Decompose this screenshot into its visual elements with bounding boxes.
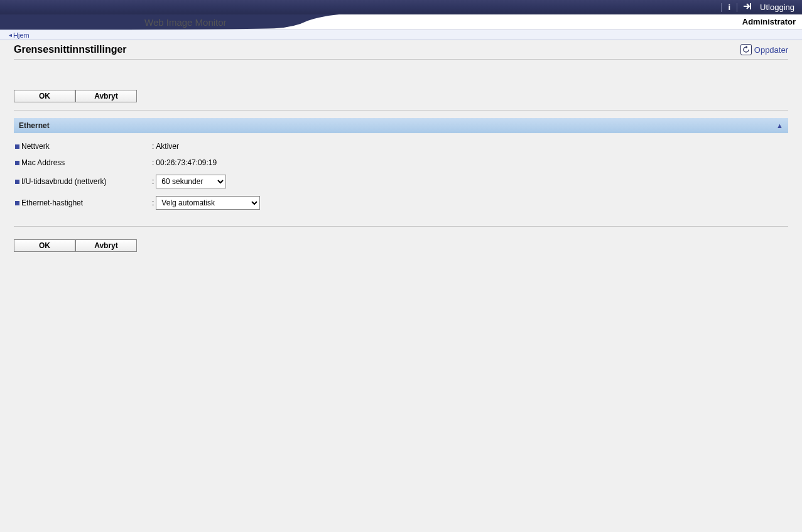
button-row-bottom: OK Avbryt xyxy=(14,239,788,252)
cancel-button[interactable]: Avbryt xyxy=(75,239,137,252)
logout-link[interactable]: Utlogging xyxy=(760,3,794,12)
colon: : xyxy=(152,158,154,167)
ok-button[interactable]: OK xyxy=(14,239,75,252)
row-speed: Ethernet-hastighet : Velg automatisk xyxy=(14,192,788,214)
logout-icon[interactable] xyxy=(744,3,754,12)
colon: : xyxy=(152,177,154,186)
bullet-icon xyxy=(15,144,19,149)
row-timeout: I/U-tidsavbrudd (nettverk) : 60 sekunder xyxy=(14,171,788,192)
divider xyxy=(14,226,788,227)
svg-rect-0 xyxy=(750,3,751,9)
label-timeout: I/U-tidsavbrudd (nettverk) xyxy=(14,177,152,186)
value-text: 00:26:73:47:09:19 xyxy=(156,158,217,167)
label-text: Ethernet-hastighet xyxy=(21,198,83,207)
topbar-divider xyxy=(737,3,737,12)
breadcrumb: ◂ Hjem xyxy=(0,30,802,40)
breadcrumb-home-link[interactable]: Hjem xyxy=(13,31,30,39)
value-mac: : 00:26:73:47:09:19 xyxy=(152,158,217,167)
speed-select[interactable]: Velg automatisk xyxy=(156,196,260,210)
page-title: Grensesnittinnstillinger xyxy=(14,44,127,55)
label-text: Nettverk xyxy=(21,142,50,151)
cancel-button[interactable]: Avbryt xyxy=(75,90,137,102)
label-text: I/U-tidsavbrudd (nettverk) xyxy=(21,177,106,186)
collapse-icon[interactable]: ▲ xyxy=(776,122,783,129)
button-row-top: OK Avbryt xyxy=(14,90,788,102)
bullet-icon xyxy=(15,201,19,205)
row-mac: Mac Address : 00:26:73:47:09:19 xyxy=(14,155,788,171)
colon: : xyxy=(152,198,154,207)
divider xyxy=(14,110,788,111)
bullet-icon xyxy=(15,180,19,184)
section-header-ethernet[interactable]: Ethernet ▲ xyxy=(14,118,788,133)
label-mac: Mac Address xyxy=(14,158,152,167)
value-network: : Aktiver xyxy=(152,142,179,151)
user-role-label: Administrator xyxy=(742,17,796,26)
label-network: Nettverk xyxy=(14,142,152,151)
bullet-icon xyxy=(15,161,19,165)
refresh-label: Oppdater xyxy=(754,45,788,55)
page-content: Grensesnittinnstillinger Oppdater OK Avb… xyxy=(0,40,802,285)
ok-button[interactable]: OK xyxy=(14,90,75,102)
refresh-icon xyxy=(740,44,752,55)
value-timeout: : 60 sekunder xyxy=(152,175,226,188)
chevron-left-icon: ◂ xyxy=(9,31,12,38)
app-title: Web Image Monitor xyxy=(144,17,227,28)
topbar-divider xyxy=(721,3,722,12)
label-speed: Ethernet-hastighet xyxy=(14,198,152,207)
row-network: Nettverk : Aktiver xyxy=(14,138,788,155)
colon: : xyxy=(152,142,154,151)
timeout-select[interactable]: 60 sekunder xyxy=(156,175,226,188)
section-body-ethernet: Nettverk : Aktiver Mac Address : 00:26:7… xyxy=(14,133,788,224)
refresh-button[interactable]: Oppdater xyxy=(740,44,788,55)
section-title: Ethernet xyxy=(19,121,50,130)
page-header: Grensesnittinnstillinger Oppdater xyxy=(14,40,788,60)
top-bar: i Utlogging xyxy=(0,0,802,14)
title-bar: Web Image Monitor Administrator xyxy=(0,14,802,30)
label-text: Mac Address xyxy=(21,158,65,167)
info-icon[interactable]: i xyxy=(728,3,730,12)
value-speed: : Velg automatisk xyxy=(152,196,260,210)
value-text: Aktiver xyxy=(156,142,179,151)
